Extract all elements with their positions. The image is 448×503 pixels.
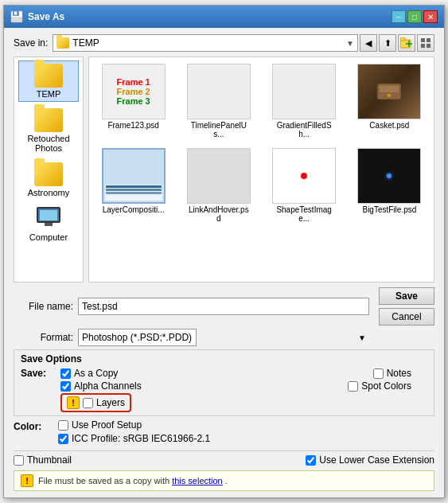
color-label: Color: (14, 419, 53, 432)
list-item[interactable]: TimelinePanelUs... (177, 60, 259, 142)
retouched-folder-icon (34, 108, 63, 132)
format-row: Format: Photoshop (*.PSD;*.PDD) ▼ (14, 329, 434, 346)
computer-icon (34, 207, 63, 231)
shortcut-computer[interactable]: Computer (18, 204, 79, 245)
format-label-text: Format: (14, 332, 73, 343)
frame1-text: Frame 1 (117, 77, 150, 87)
casket-svg (373, 80, 405, 103)
minimize-button[interactable]: ─ (392, 10, 406, 23)
main-area: TEMP Retouched Photos Astronomy (14, 57, 434, 283)
layers-checkbox[interactable] (83, 398, 93, 408)
view-options-button[interactable] (417, 34, 434, 52)
lower-case-label: Use Lower Case Extension (319, 454, 434, 466)
warning-text: File must be saved as a copy with this s… (38, 476, 228, 485)
frame2-text: Frame 2 (117, 87, 150, 96)
save-in-dropdown[interactable]: TEMP ▼ (53, 34, 358, 52)
file-thumbnail (187, 64, 251, 119)
save-label: Save: (21, 368, 60, 379)
alpha-channels-label: Alpha Channels (74, 380, 142, 392)
format-select-wrapper: Photoshop (*.PSD;*.PDD) ▼ (78, 329, 369, 346)
casket-image (358, 64, 420, 119)
shortcut-temp[interactable]: TEMP (18, 60, 79, 102)
as-a-copy-label: As a Copy (74, 368, 118, 379)
save-options-checkboxes: As a Copy Notes (60, 368, 427, 379)
list-item[interactable]: Casket.psd (349, 60, 430, 142)
use-proof-checkbox[interactable] (58, 420, 68, 431)
layers-row: ! Layers (21, 393, 427, 412)
svg-rect-10 (421, 44, 425, 48)
file-thumbnail: Frame 1 Frame 2 Frame 3 (102, 64, 166, 119)
close-button[interactable]: ✕ (423, 10, 438, 23)
notes-checkbox[interactable] (373, 368, 384, 379)
maximize-button[interactable]: □ (407, 10, 422, 23)
use-proof-label: Use Proof Setup (72, 419, 142, 431)
format-select[interactable]: Photoshop (*.PSD;*.PDD) (78, 329, 197, 346)
as-a-copy-checkbox[interactable] (60, 368, 71, 379)
dropdown-arrow-icon: ▼ (346, 39, 354, 48)
file-name-label: BigTestFile.psd (362, 205, 416, 214)
list-item[interactable]: LinkAndHover.psd (177, 145, 259, 226)
use-proof-item: Use Proof Setup (58, 419, 210, 431)
warning-text-after: . (225, 476, 228, 485)
layers-label: Layers (96, 397, 125, 408)
color-options: Use Proof Setup ICC Profile: sRGB IEC619… (58, 419, 210, 444)
list-item[interactable]: LayerCompositi... (92, 145, 174, 226)
floppy-disk-icon (10, 10, 23, 23)
thumbnail-checkbox[interactable] (14, 455, 24, 466)
warning-text-before: File must be saved as a copy with (38, 476, 169, 485)
monitor-screen (40, 210, 57, 220)
list-item[interactable]: BigTestFile.psd (349, 145, 430, 226)
divider (14, 450, 434, 451)
current-folder-text: TEMP (72, 37, 343, 49)
astronomy-folder-icon (34, 162, 63, 186)
monitor-stand (45, 223, 53, 226)
cancel-button[interactable]: Cancel (379, 308, 434, 326)
list-item[interactable]: ShapeTestImage... (263, 145, 345, 226)
icc-profile-checkbox[interactable] (58, 434, 68, 444)
svg-rect-13 (380, 86, 399, 92)
temp-folder-icon (34, 64, 63, 88)
as-a-copy-item: As a Copy (60, 368, 118, 379)
svg-rect-8 (421, 38, 425, 42)
up-button[interactable]: ⬆ (379, 34, 396, 52)
file-name-label: Casket.psd (369, 121, 409, 130)
alpha-channels-checkbox[interactable] (60, 381, 71, 392)
create-folder-button[interactable] (398, 34, 415, 52)
svg-rect-2 (14, 12, 17, 15)
file-name-input[interactable] (78, 298, 369, 315)
list-item[interactable]: Frame 1 Frame 2 Frame 3 Frame123.psd (92, 60, 174, 142)
save-in-label: Save in: (14, 37, 48, 49)
svg-point-14 (388, 94, 391, 97)
action-buttons: Save Cancel (379, 287, 434, 326)
lower-case-checkbox[interactable] (306, 455, 316, 466)
red-dot-shape (301, 173, 307, 179)
file-thumbnail (357, 64, 421, 119)
file-thumbnail (102, 148, 166, 204)
file-thumbnail (357, 148, 421, 204)
notes-item: Notes (373, 368, 411, 379)
warning-icon: ! (21, 474, 33, 487)
icc-profile-item: ICC Profile: sRGB IEC61966-2.1 (58, 433, 210, 444)
save-row: Save: As a Copy Notes (21, 368, 427, 379)
svg-rect-9 (427, 38, 430, 42)
filename-row: File name: Save Cancel (14, 287, 434, 326)
select-arrow-icon: ▼ (358, 333, 366, 342)
blue-dot-shape (387, 174, 392, 178)
back-button[interactable]: ◀ (360, 34, 377, 52)
spot-colors-checkbox[interactable] (348, 381, 358, 392)
shortcut-retouched[interactable]: Retouched Photos (18, 105, 79, 156)
spot-colors-item: Spot Colors (348, 380, 411, 392)
save-options-section: Save Options Save: As a Copy Notes (14, 349, 434, 416)
shortcut-astronomy-label: Astronomy (28, 188, 70, 197)
toolbar-row: TEMP ▼ ◀ ⬆ (53, 34, 434, 52)
new-folder-icon (400, 37, 413, 49)
file-name-label-text: File name: (14, 301, 73, 312)
shortcut-astronomy[interactable]: Astronomy (18, 159, 79, 201)
list-item[interactable]: GradientFilledSh... (263, 60, 345, 142)
save-button[interactable]: Save (379, 287, 434, 305)
lower-case-item: Use Lower Case Extension (306, 454, 434, 466)
warning-text-link[interactable]: this selection (172, 476, 223, 485)
lc-bar3 (106, 192, 162, 194)
frame3-text: Frame 3 (117, 96, 150, 106)
lc-bar1 (106, 185, 162, 188)
